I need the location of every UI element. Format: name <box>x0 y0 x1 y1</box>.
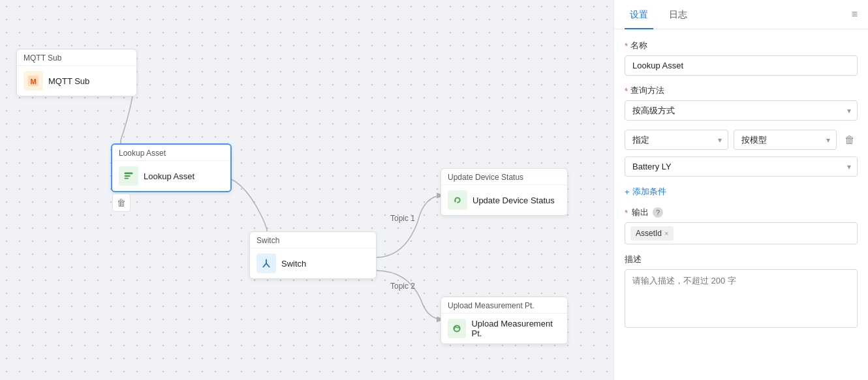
upload-measurement-title: Upload Measurement Pt. <box>441 297 567 314</box>
battery-group: Battery LY ▾ <box>625 156 858 177</box>
specify-model-row: 指定 ▾ 按模型 ▾ 🗑 <box>625 130 858 150</box>
battery-select[interactable]: Battery LY <box>625 156 858 177</box>
plus-icon: + <box>625 187 630 197</box>
update-device-icon <box>448 190 467 210</box>
lookup-asset-delete-button[interactable]: 🗑 <box>112 194 131 212</box>
topic-1-label: Topic 1 <box>390 214 415 223</box>
query-required-star: * <box>625 86 628 96</box>
mqtt-sub-icon: M <box>23 71 43 91</box>
desc-group: 描述 <box>625 254 858 330</box>
lookup-asset-title: Lookup Asset <box>112 145 230 161</box>
output-tag: AssetId × <box>630 226 674 241</box>
output-help-icon[interactable]: ? <box>653 207 663 218</box>
query-method-select-wrapper: 按高级方式 ▾ <box>625 100 858 121</box>
switch-icon <box>256 254 276 273</box>
delete-row-button[interactable]: 🗑 <box>842 132 858 149</box>
desc-textarea[interactable] <box>625 269 858 328</box>
add-condition-button[interactable]: + 添加条件 <box>625 186 858 197</box>
query-method-select[interactable]: 按高级方式 <box>625 100 858 121</box>
switch-title: Switch <box>250 232 376 248</box>
svg-text:M: M <box>30 78 36 85</box>
model-select-wrapper: 按模型 ▾ <box>734 130 837 150</box>
upload-measurement-node[interactable]: Upload Measurement Pt. Upload Measuremen… <box>441 297 568 344</box>
update-device-label: Update Device Status <box>473 196 555 205</box>
query-method-label: * 查询方法 <box>625 85 858 96</box>
name-group: * 名称 <box>625 40 858 76</box>
update-device-node[interactable]: Update Device Status Update Device Statu… <box>441 168 568 216</box>
tab-settings[interactable]: 设置 <box>625 0 653 29</box>
output-tag-container[interactable]: AssetId × <box>625 222 858 244</box>
specify-select-wrapper: 指定 ▾ <box>625 130 728 150</box>
desc-label: 描述 <box>625 254 858 265</box>
name-input[interactable] <box>625 55 858 76</box>
canvas[interactable]: Topic 1 Topic 2 MQTT Sub M MQTT Sub Look… <box>0 0 613 380</box>
output-section: * 输出 ? AssetId × <box>625 207 858 244</box>
mqtt-sub-label: MQTT Sub <box>48 76 89 86</box>
name-label: * 名称 <box>625 40 858 51</box>
output-tag-label: AssetId <box>636 229 662 238</box>
svg-rect-5 <box>125 178 129 179</box>
lookup-asset-node[interactable]: Lookup Asset Lookup Asset 🗑 <box>111 143 232 192</box>
tab-log[interactable]: 日志 <box>664 0 692 29</box>
svg-rect-7 <box>452 194 463 206</box>
output-tag-close[interactable]: × <box>664 229 668 237</box>
name-required-star: * <box>625 41 628 51</box>
mqtt-sub-node[interactable]: MQTT Sub M MQTT Sub <box>16 49 137 96</box>
lookup-asset-label: Lookup Asset <box>144 171 194 181</box>
add-condition-label: 添加条件 <box>632 186 666 197</box>
tabs-bar: 设置 日志 ≡ <box>614 0 868 29</box>
lookup-asset-icon <box>119 166 138 186</box>
upload-measurement-icon <box>448 319 466 338</box>
topic-2-label: Topic 2 <box>390 282 415 291</box>
update-device-title: Update Device Status <box>441 169 567 185</box>
output-label: * 输出 ? <box>625 207 858 218</box>
form-body: * 名称 * 查询方法 按高级方式 ▾ 指定 <box>614 29 868 380</box>
model-select[interactable]: 按模型 <box>734 130 837 150</box>
query-method-group: * 查询方法 按高级方式 ▾ <box>625 85 858 121</box>
svg-rect-8 <box>451 323 463 334</box>
upload-measurement-label: Upload Measurement Pt. <box>471 319 561 338</box>
svg-rect-4 <box>125 175 131 177</box>
switch-label: Switch <box>281 259 306 269</box>
specify-select[interactable]: 指定 <box>625 130 728 150</box>
battery-select-wrapper: Battery LY ▾ <box>625 156 858 177</box>
right-panel: 设置 日志 ≡ * 名称 * 查询方法 按高级方式 <box>613 0 868 380</box>
menu-icon[interactable]: ≡ <box>852 8 858 20</box>
svg-rect-3 <box>125 173 133 175</box>
switch-node[interactable]: Switch Switch <box>249 231 377 279</box>
mqtt-sub-title: MQTT Sub <box>17 50 136 66</box>
output-required-star: * <box>625 208 628 218</box>
